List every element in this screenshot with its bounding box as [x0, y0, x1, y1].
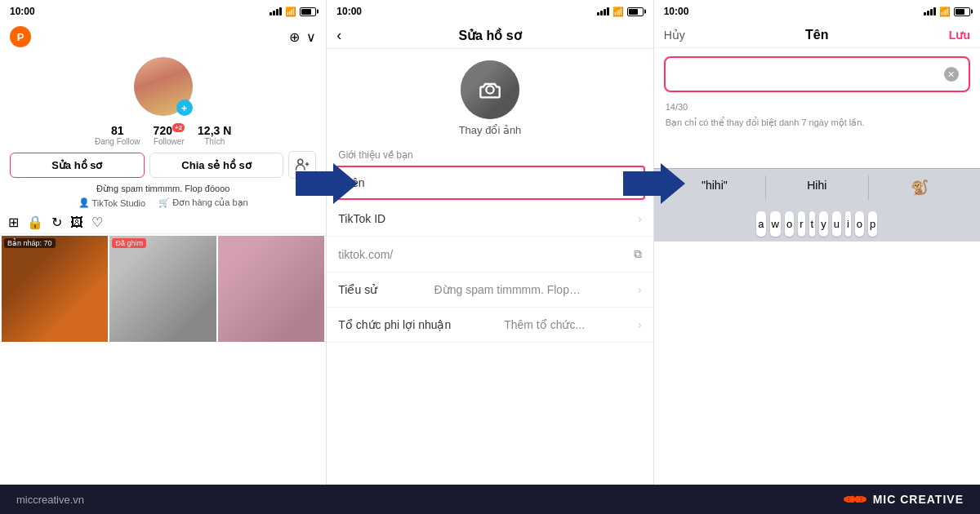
menu-icon[interactable]: ∨	[306, 29, 316, 45]
suggestion-sep-1	[765, 175, 766, 200]
name-menu-item[interactable]: Tên ›	[335, 166, 644, 200]
time-2: 10:00	[336, 6, 362, 17]
likes-count: 12,3 N	[198, 124, 231, 137]
key-y[interactable]: y	[819, 211, 828, 237]
tiktok-url-menu-item[interactable]: tiktok.com/ ⧉	[327, 237, 653, 273]
quick-links: 👤 TikTok Studio 🛒 Đơn hàng của bạn	[0, 197, 326, 208]
footer-url: miccreative.vn	[16, 494, 84, 506]
content-grid: Bản nháp: 70 Đã ghim	[0, 234, 326, 343]
likes-label: Thích	[204, 137, 225, 146]
lock-tab[interactable]: 🔒	[27, 215, 43, 230]
footer: miccreative.vn MIC CREATIVE	[0, 485, 980, 514]
brand-logo-icon	[844, 492, 866, 507]
header-icons: ⊕ ∨	[289, 29, 316, 45]
edit-avatar-section: Thay đổi ảnh	[327, 49, 653, 143]
profile-header: P ⊕ ∨	[0, 23, 326, 51]
status-icons-1: 📶	[270, 7, 316, 17]
signal-icon-3	[924, 7, 936, 16]
battery-icon-2	[627, 7, 644, 16]
edit-avatar[interactable]	[461, 60, 519, 119]
key-r[interactable]: r	[798, 211, 804, 237]
suggestion-sep-2	[868, 175, 869, 200]
messages-icon[interactable]: ⊕	[289, 29, 300, 45]
gallery-tab[interactable]: 🖼	[70, 215, 83, 230]
pinned-badge: Đã ghim	[112, 238, 146, 248]
edit-title: Sửa hồ sơ	[458, 28, 521, 43]
key-u[interactable]: u	[832, 211, 841, 237]
content-item-1[interactable]: Bản nháp: 70	[2, 236, 108, 342]
bio-text: Đừng spam timmmm. Flop đóooo	[8, 184, 318, 194]
clear-input-button[interactable]: ✕	[944, 67, 959, 82]
edit-profile-header: ‹ Sửa hồ sơ	[327, 23, 653, 49]
time-1: 10:00	[10, 6, 35, 17]
char-count: 14/30	[654, 100, 980, 113]
chevron-icon-bio: ›	[638, 283, 642, 296]
content-item-2[interactable]: Đã ghim	[109, 236, 216, 342]
svg-point-4	[486, 86, 493, 93]
panels-row: 10:00 📶 P ⊕ ∨	[0, 0, 980, 485]
repost-tab[interactable]: ↻	[51, 215, 62, 230]
profile-center: +	[0, 51, 326, 119]
edit-profile-button[interactable]: Sửa hồ sơ	[10, 153, 145, 178]
signal-icon-2	[597, 7, 609, 16]
followers-count: 720+2	[154, 124, 185, 137]
save-button[interactable]: Lưu	[949, 29, 970, 42]
suggestion-3[interactable]: 🐒	[871, 175, 969, 200]
grid-tab[interactable]: ⊞	[8, 215, 19, 230]
keyboard-suggestions: "hihi" Hihi 🐒	[654, 168, 980, 206]
change-photo-label[interactable]: Thay đổi ảnh	[459, 124, 522, 136]
name-input-wrapper: ✕	[664, 56, 970, 92]
intro-section-label: Giới thiệu về bạn	[327, 143, 653, 164]
draft-badge: Bản nháp: 70	[4, 238, 56, 248]
panel-profile: 10:00 📶 P ⊕ ∨	[0, 0, 327, 485]
wifi-icon-2: 📶	[612, 7, 624, 17]
add-avatar-button[interactable]: +	[176, 100, 193, 116]
key-p[interactable]: p	[868, 211, 877, 237]
key-o2[interactable]: o	[855, 211, 864, 237]
share-profile-button[interactable]: Chia sẻ hồ sơ	[149, 153, 284, 178]
name-hint: Bạn chỉ có thể thay đổi biệt danh 7 ngày…	[654, 113, 980, 135]
name-input[interactable]	[675, 68, 944, 81]
avatar-wrapper: +	[134, 57, 193, 116]
key-i[interactable]: i	[845, 211, 851, 237]
cancel-button[interactable]: Hủy	[664, 29, 685, 42]
suggestion-2[interactable]: Hihi	[768, 175, 866, 200]
back-button[interactable]: ‹	[336, 27, 341, 44]
status-bar-2: 10:00 📶	[327, 0, 653, 23]
key-t[interactable]: t	[809, 211, 816, 237]
stat-followers: 720+2 Follower	[154, 124, 185, 146]
stats-row: 81 Đang Follow 720+2 Follower 12,3 N Thí…	[0, 124, 326, 146]
key-o[interactable]: o	[785, 211, 794, 237]
main-container: 10:00 📶 P ⊕ ∨	[0, 0, 980, 514]
status-bar-3: 10:00 📶	[654, 0, 980, 23]
orders-link[interactable]: 🛒 Đơn hàng của bạn	[158, 197, 248, 208]
brand-name: MIC CREATIVE	[873, 493, 964, 506]
heart-tab[interactable]: ♡	[91, 215, 103, 230]
key-a[interactable]: a	[756, 211, 765, 237]
name-title: Tên	[805, 28, 828, 42]
tiktok-studio-link[interactable]: 👤 TikTok Studio	[78, 197, 146, 208]
arrow-2	[623, 163, 685, 204]
tiktok-id-menu-item[interactable]: TikTok ID ›	[327, 202, 653, 237]
following-count: 81	[111, 124, 124, 137]
followers-label: Follower	[154, 137, 185, 146]
cart-icon: 🛒	[158, 197, 170, 208]
footer-brand: MIC CREATIVE	[844, 492, 964, 507]
copy-icon[interactable]: ⧉	[634, 247, 642, 261]
tiktok-url-value: tiktok.com/	[338, 248, 393, 261]
panel-edit-profile: 10:00 📶 ‹ Sửa hồ sơ	[327, 0, 653, 485]
bio-menu-item[interactable]: Tiểu sử Đừng spam timmmm. Flop đóooo ›	[327, 273, 653, 308]
content-item-3[interactable]	[218, 236, 324, 342]
chevron-icon-id: ›	[638, 212, 642, 225]
status-icons-3: 📶	[924, 7, 970, 17]
content-tabs: ⊞ 🔒 ↻ 🖼 ♡	[0, 211, 326, 234]
bio-menu-value: Đừng spam timmmm. Flop đóooo	[434, 283, 581, 296]
key-w[interactable]: w	[770, 211, 781, 237]
org-menu-item[interactable]: Tổ chức phi lợi nhuận Thêm tổ chức... ›	[327, 308, 653, 343]
tiktok-studio-icon: 👤	[78, 197, 90, 208]
name-edit-header: Hủy Tên Lưu	[654, 23, 980, 48]
time-3: 10:00	[664, 6, 689, 17]
wifi-icon: 📶	[285, 7, 296, 17]
wifi-icon-3: 📶	[939, 7, 951, 17]
action-buttons: Sửa hồ sơ Chia sẻ hồ sơ	[10, 151, 316, 179]
